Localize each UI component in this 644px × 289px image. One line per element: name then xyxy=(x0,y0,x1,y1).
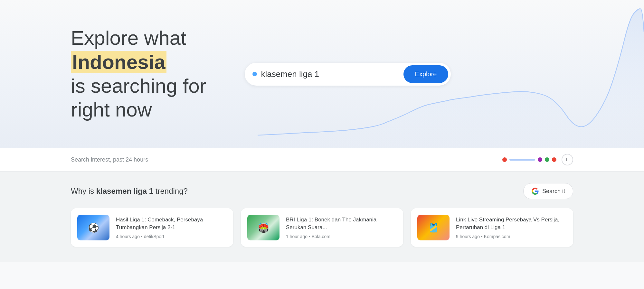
pause-button[interactable]: ⏸ xyxy=(562,154,573,165)
thumb-image-0: ⚽ xyxy=(77,215,109,240)
news-info-2: Link Live Streaming Persebaya Vs Persija… xyxy=(456,216,567,239)
news-card-0[interactable]: ⚽ Hasil Liga 1: Comeback, Persebaya Tumb… xyxy=(71,208,233,247)
hero-content: Explore what Indonesia is searching for … xyxy=(71,26,451,122)
news-cards: ⚽ Hasil Liga 1: Comeback, Persebaya Tumb… xyxy=(71,208,573,247)
hero-highlight: Indonesia xyxy=(71,51,166,73)
dot-green xyxy=(545,157,549,162)
news-card-2[interactable]: 🎽 Link Live Streaming Persebaya Vs Persi… xyxy=(411,208,573,247)
dot-purple xyxy=(538,157,542,162)
explore-button[interactable]: Explore xyxy=(403,65,449,83)
google-g-icon xyxy=(531,187,539,195)
news-meta-0: 4 hours ago • detikSport xyxy=(116,234,227,239)
thumb-image-2: 🎽 xyxy=(417,215,450,240)
hero-line1: Explore what xyxy=(71,27,186,49)
trending-title: Why is klasemen liga 1 trending? xyxy=(71,187,188,196)
search-dot-icon xyxy=(252,72,257,76)
dot-red xyxy=(502,157,507,162)
trending-header: Why is klasemen liga 1 trending? Search … xyxy=(71,183,573,199)
chart-label: Search interest, past 24 hours xyxy=(71,156,148,163)
news-thumb-0: ⚽ xyxy=(77,215,109,240)
search-input[interactable] xyxy=(261,69,399,79)
news-title-2: Link Live Streaming Persebaya Vs Persija… xyxy=(456,216,567,231)
dot-blue-bar xyxy=(509,159,535,161)
hero-line3: right now xyxy=(71,98,152,121)
hero-text: Explore what Indonesia is searching for … xyxy=(71,26,206,122)
thumb-image-1: 🏟️ xyxy=(247,215,279,240)
news-meta-1: 1 hour ago • Bola.com xyxy=(286,234,397,239)
search-it-label: Search it xyxy=(542,188,565,195)
hero-section: Explore what Indonesia is searching for … xyxy=(0,0,644,148)
search-box: Explore xyxy=(245,63,451,86)
news-title-1: BRI Liga 1: Bonek dan The Jakmania Seruk… xyxy=(286,216,397,231)
news-info-0: Hasil Liga 1: Comeback, Persebaya Tumban… xyxy=(116,216,227,239)
chart-bar: Search interest, past 24 hours ⏸ xyxy=(0,148,644,172)
news-meta-2: 9 hours ago • Kompas.com xyxy=(456,234,567,239)
dot-red2 xyxy=(552,157,556,162)
news-card-1[interactable]: 🏟️ BRI Liga 1: Bonek dan The Jakmania Se… xyxy=(241,208,403,247)
dots-controls: ⏸ xyxy=(502,154,573,165)
search-it-button[interactable]: Search it xyxy=(523,183,573,199)
news-info-1: BRI Liga 1: Bonek dan The Jakmania Seruk… xyxy=(286,216,397,239)
news-title-0: Hasil Liga 1: Comeback, Persebaya Tumban… xyxy=(116,216,227,231)
hero-line2: is searching for xyxy=(71,75,206,97)
trending-section: Why is klasemen liga 1 trending? Search … xyxy=(0,172,644,262)
news-thumb-1: 🏟️ xyxy=(247,215,279,240)
news-thumb-2: 🎽 xyxy=(417,215,450,240)
